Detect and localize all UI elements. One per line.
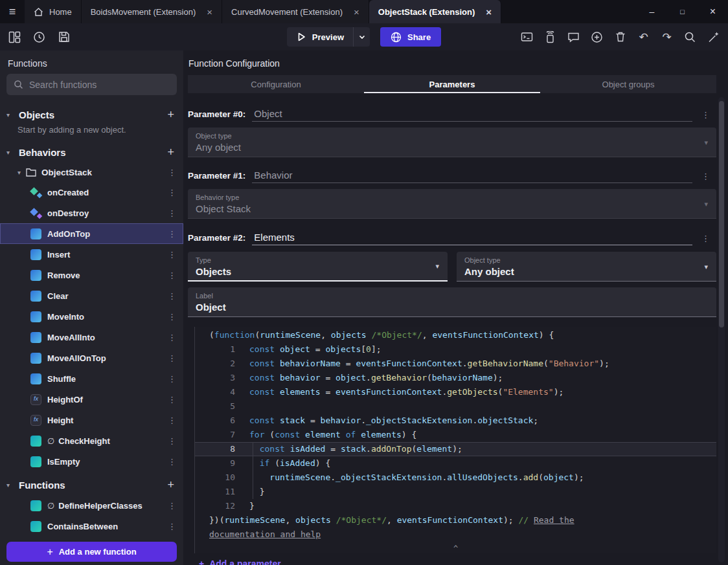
trash-icon[interactable] <box>613 30 627 44</box>
add-function-icon[interactable]: + <box>167 478 174 492</box>
sidebar-item-height[interactable]: Height⋮ <box>0 410 183 430</box>
item-menu-icon[interactable]: ⋮ <box>168 353 183 363</box>
search-input[interactable] <box>29 80 170 90</box>
item-menu-icon[interactable]: ⋮ <box>168 188 183 197</box>
item-menu-icon[interactable]: ⋮ <box>168 501 183 511</box>
tab-parameters[interactable]: Parameters <box>364 75 540 93</box>
sidebar-item-moveallinto[interactable]: MoveAllInto⋮ <box>0 327 183 348</box>
undo-icon[interactable]: ↶ <box>637 30 650 44</box>
close-window-button[interactable]: × <box>698 0 728 23</box>
sidebar-item-containsbetween[interactable]: ContainsBetween⋮ <box>0 516 183 537</box>
item-menu-icon[interactable]: ⋮ <box>168 271 183 280</box>
close-tab-icon[interactable]: × <box>486 6 492 17</box>
parameter-menu-icon[interactable]: ⋮ <box>699 234 712 245</box>
sidebar-item-isempty[interactable]: IsEmpty⋮ <box>0 451 183 472</box>
add-circle-icon[interactable] <box>590 30 604 44</box>
sidebar-item-ondestroy[interactable]: onDestroy⋮ <box>0 203 183 223</box>
item-menu-icon[interactable]: ⋮ <box>168 208 183 218</box>
sidebar-item-checkheight[interactable]: ∅CheckHeight⋮ <box>0 430 183 451</box>
functions-section-header[interactable]: ▾ Functions + <box>0 474 183 495</box>
tab-curvedmovement[interactable]: CurvedMovement (Extension) × <box>222 0 369 23</box>
dropdown-arrow-icon[interactable]: ▾ <box>704 262 708 271</box>
indent-guide <box>253 442 253 499</box>
behaviors-section-header[interactable]: ▾ Behaviors + <box>0 142 183 162</box>
sidebar-item-insert[interactable]: Insert⋮ <box>0 244 183 265</box>
tab-objectstack[interactable]: ObjectStack (Extension) × <box>369 0 501 23</box>
sidebar-item-moveallontop[interactable]: MoveAllOnTop⋮ <box>0 348 183 368</box>
identifier-token: elements <box>280 387 321 397</box>
parameter-2-object-type-select[interactable]: Object type Any object ▾ <box>457 252 716 282</box>
parameter-2-name-input[interactable]: Elements <box>252 232 692 245</box>
item-menu-icon[interactable]: ⋮ <box>168 312 183 322</box>
chevron-down-icon[interactable]: ▾ <box>6 149 14 156</box>
sidebar-item-shuffle[interactable]: Shuffle⋮ <box>0 368 183 389</box>
item-menu-icon[interactable]: ⋮ <box>168 168 183 177</box>
item-menu-icon[interactable]: ⋮ <box>168 229 183 239</box>
functions-panel-title: Functions <box>0 50 183 74</box>
feedback-icon[interactable] <box>567 30 580 44</box>
tab-configuration[interactable]: Configuration <box>188 75 364 93</box>
maximize-button[interactable]: □ <box>667 0 698 23</box>
sidebar-item-moveinto[interactable]: MoveInto⋮ <box>0 306 183 327</box>
parameter-2-type-select[interactable]: Type Objects ▾ <box>188 252 448 282</box>
item-menu-icon[interactable]: ⋮ <box>168 374 183 384</box>
sidebar-item-clear[interactable]: Clear⋮ <box>0 285 183 306</box>
history-icon[interactable] <box>32 30 46 44</box>
parameter-menu-icon[interactable]: ⋮ <box>699 110 712 122</box>
parameter-menu-icon[interactable]: ⋮ <box>699 172 712 183</box>
sidebar-item-heightof[interactable]: HeightOf⋮ <box>0 389 183 410</box>
remote-preview-icon[interactable] <box>543 30 557 44</box>
add-object-icon[interactable]: + <box>167 108 174 122</box>
item-menu-icon[interactable]: ⋮ <box>168 436 183 446</box>
objects-section-header[interactable]: ▾ Objects + <box>0 104 183 125</box>
item-menu-icon[interactable]: ⋮ <box>168 395 183 404</box>
close-tab-icon[interactable]: × <box>354 6 359 17</box>
documentation-link[interactable]: documentation and help <box>209 529 321 539</box>
chevron-down-icon[interactable]: ▾ <box>6 482 14 489</box>
magic-wand-icon[interactable] <box>707 30 720 44</box>
tab-boidsmovement[interactable]: BoidsMovement (Extension) × <box>82 0 222 23</box>
sidebar-item-remove[interactable]: Remove⋮ <box>0 265 183 285</box>
item-menu-icon[interactable]: ⋮ <box>168 415 183 425</box>
parameter-2-label-input[interactable]: Label Object <box>188 287 716 317</box>
scrollbar[interactable] <box>718 97 725 562</box>
punctuation-token: ; <box>533 415 538 425</box>
add-parameter-button[interactable]: + Add a parameter <box>199 559 728 565</box>
redo-icon[interactable]: ↷ <box>660 30 674 44</box>
search-icon[interactable] <box>683 30 697 44</box>
preview-options-chevron-icon[interactable] <box>353 27 370 47</box>
parameter-0-name-input[interactable]: Object <box>252 108 692 122</box>
save-icon[interactable] <box>57 30 71 44</box>
sidebar-item-label: IsEmpty <box>47 457 80 467</box>
scrollbar-thumb[interactable] <box>719 101 724 327</box>
search-functions-box[interactable] <box>6 74 177 95</box>
item-menu-icon[interactable]: ⋮ <box>168 457 183 467</box>
tab-home[interactable]: Home <box>25 0 82 23</box>
documentation-link[interactable]: Read the <box>534 515 574 525</box>
item-menu-icon[interactable]: ⋮ <box>168 250 183 260</box>
tab-object-groups[interactable]: Object groups <box>540 75 716 93</box>
main-menu-icon[interactable]: ≡ <box>0 0 25 23</box>
preview-button[interactable]: Preview <box>287 27 370 47</box>
item-menu-icon[interactable]: ⋮ <box>168 522 183 531</box>
sidebar-item-label: Insert <box>47 250 70 260</box>
parameter-1-name-input[interactable]: Behavior <box>252 170 692 183</box>
add-new-function-button[interactable]: + Add a new function <box>6 542 177 562</box>
fold-icon[interactable]: ^ <box>453 544 458 553</box>
sidebar-item-addontop[interactable]: AddOnTop⋮ <box>0 223 183 244</box>
chevron-down-icon[interactable]: ▾ <box>6 111 14 118</box>
console-icon[interactable] <box>520 30 534 44</box>
item-menu-icon[interactable]: ⋮ <box>168 291 183 301</box>
share-button[interactable]: Share <box>380 27 441 47</box>
behavior-group-objectstack[interactable]: ▾ ObjectStack ⋮ <box>0 162 183 182</box>
sidebar-item-definehelperclasses[interactable]: ∅DefineHelperClasses⋮ <box>0 495 183 516</box>
add-behavior-icon[interactable]: + <box>167 146 174 159</box>
dropdown-arrow-icon[interactable]: ▾ <box>435 262 439 271</box>
panels-layout-icon[interactable] <box>8 30 21 44</box>
minimize-button[interactable]: – <box>637 0 667 23</box>
close-tab-icon[interactable]: × <box>207 6 212 17</box>
item-menu-icon[interactable]: ⋮ <box>168 333 183 342</box>
code-editor[interactable]: (function(runtimeScene, objects /*Object… <box>194 327 716 553</box>
chevron-down-icon[interactable]: ▾ <box>17 169 21 176</box>
sidebar-item-oncreated[interactable]: onCreated⋮ <box>0 182 183 203</box>
